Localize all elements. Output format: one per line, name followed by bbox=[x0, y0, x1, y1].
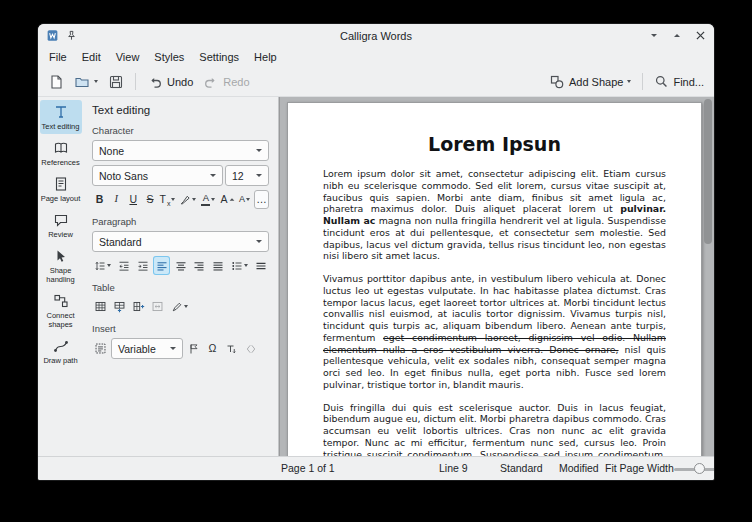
font-family-combo[interactable]: Noto Sans bbox=[92, 165, 223, 186]
insert-special-character-button[interactable]: Ω bbox=[204, 339, 221, 358]
insert-variable-combo[interactable]: Variable bbox=[111, 338, 183, 359]
underline-button[interactable]: U bbox=[126, 190, 141, 209]
dock-item-review[interactable]: Review bbox=[40, 208, 82, 242]
toolbar-separator bbox=[135, 73, 136, 90]
new-document-button[interactable] bbox=[44, 70, 68, 94]
minimize-icon bbox=[651, 34, 657, 37]
scrollbar-thumb[interactable] bbox=[704, 99, 712, 244]
menu-settings[interactable]: Settings bbox=[192, 49, 246, 65]
panel-title: Text editing bbox=[92, 104, 269, 116]
insert-table-button[interactable] bbox=[92, 297, 109, 316]
open-document-button[interactable] bbox=[70, 70, 102, 94]
menu-view[interactable]: View bbox=[109, 49, 147, 65]
status-style-indicator: Standard bbox=[500, 462, 543, 474]
decrease-indent-button[interactable] bbox=[116, 256, 133, 275]
redo-icon bbox=[203, 74, 219, 90]
paragraph-3: Duis fringilla dui quis est scelerisque … bbox=[323, 402, 666, 457]
grow-font-button[interactable]: A bbox=[220, 190, 235, 209]
draw-table-pen-button[interactable] bbox=[168, 297, 190, 316]
add-shape-button[interactable]: Add Shape bbox=[545, 70, 635, 94]
titlebar[interactable]: Calligra Words bbox=[38, 24, 714, 47]
document-page[interactable]: Lorem Ipsun Lorem ipsum dolor sit amet, … bbox=[287, 102, 702, 456]
maximize-button[interactable] bbox=[670, 29, 684, 43]
window-title: Calligra Words bbox=[38, 30, 714, 42]
font-color-button[interactable]: A bbox=[199, 190, 218, 209]
chevron-down-icon bbox=[170, 347, 176, 350]
character-style-combo[interactable]: None bbox=[92, 140, 269, 161]
font-color-icon: A bbox=[201, 193, 210, 206]
align-left-button[interactable] bbox=[153, 256, 170, 275]
merge-cells-icon bbox=[151, 300, 164, 313]
status-page-indicator: Page 1 of 1 bbox=[281, 462, 335, 474]
menu-styles[interactable]: Styles bbox=[147, 49, 191, 65]
align-right-button[interactable] bbox=[191, 256, 208, 275]
dock-label: Connect shapes bbox=[41, 311, 81, 329]
insert-bookmark-button[interactable] bbox=[185, 339, 202, 358]
dock-item-page-layout[interactable]: Page layout bbox=[40, 172, 82, 206]
dock-label: Review bbox=[48, 230, 73, 239]
vertical-scrollbar[interactable] bbox=[704, 99, 712, 454]
zoom-slider[interactable] bbox=[674, 463, 714, 475]
insert-text-frame-button[interactable] bbox=[92, 339, 109, 358]
strikethrough-icon: S bbox=[147, 194, 154, 205]
menu-file[interactable]: File bbox=[42, 49, 74, 65]
zoom-mode-button[interactable]: Fit Page Width bbox=[605, 462, 674, 474]
align-left-icon bbox=[156, 260, 168, 272]
font-size-combo[interactable]: 12 bbox=[225, 165, 269, 186]
dock-item-connect-shapes[interactable]: Connect shapes bbox=[40, 289, 82, 332]
bullet-list-button[interactable] bbox=[229, 256, 251, 275]
more-paragraph-options-button[interactable] bbox=[252, 256, 269, 275]
dock-label: References bbox=[41, 158, 79, 167]
calligra-words-window: Calligra Words File Edit View bbox=[38, 24, 714, 480]
document-canvas[interactable]: Lorem Ipsun Lorem ipsum dolor sit amet, … bbox=[279, 97, 714, 456]
insert-index-button[interactable] bbox=[242, 339, 259, 358]
paragraph-style-combo[interactable]: Standard bbox=[92, 231, 269, 252]
document-title: Lorem Ipsun bbox=[323, 133, 666, 155]
zoom-slider-handle[interactable] bbox=[694, 463, 705, 474]
page-layout-icon bbox=[53, 176, 69, 192]
highlighter-pen-icon bbox=[179, 194, 191, 206]
insert-row-button[interactable] bbox=[111, 297, 128, 316]
menu-edit[interactable]: Edit bbox=[75, 49, 108, 65]
insert-footnote-button[interactable] bbox=[223, 339, 240, 358]
minimize-button[interactable] bbox=[647, 29, 661, 43]
close-icon bbox=[696, 31, 705, 40]
close-button[interactable] bbox=[693, 29, 707, 43]
dock-item-text-editing[interactable]: Text editing bbox=[40, 100, 82, 134]
line-spacing-button[interactable] bbox=[92, 256, 114, 275]
subscript-superscript-button[interactable]: Tx bbox=[160, 190, 176, 209]
save-button[interactable] bbox=[104, 70, 128, 94]
p1-text: Lorem ipsum dolor sit amet, consectetur … bbox=[323, 168, 666, 214]
text-frame-icon bbox=[94, 342, 107, 355]
merge-cells-button[interactable] bbox=[149, 297, 166, 316]
undo-button[interactable]: Undo bbox=[143, 70, 197, 94]
strikethrough-button[interactable]: S bbox=[143, 190, 158, 209]
insert-table-icon bbox=[94, 300, 107, 313]
italic-button[interactable]: I bbox=[109, 190, 124, 209]
dock-item-references[interactable]: References bbox=[40, 136, 82, 170]
insert-column-button[interactable] bbox=[130, 297, 147, 316]
redo-button[interactable]: Redo bbox=[199, 70, 253, 94]
pin-icon[interactable] bbox=[64, 29, 78, 43]
footnote-icon bbox=[226, 343, 238, 355]
align-center-button[interactable] bbox=[172, 256, 189, 275]
table-pen-icon bbox=[171, 301, 183, 313]
shrink-font-button[interactable]: A bbox=[237, 190, 252, 209]
find-button[interactable]: Find... bbox=[650, 70, 708, 94]
chevron-down-icon bbox=[184, 305, 188, 308]
more-character-options-button[interactable]: … bbox=[254, 190, 269, 209]
highlight-color-button[interactable] bbox=[177, 190, 196, 209]
menu-help[interactable]: Help bbox=[247, 49, 284, 65]
font-color-a: A bbox=[203, 193, 209, 203]
character-style-value: None bbox=[99, 145, 124, 157]
align-justify-icon bbox=[212, 260, 224, 272]
increase-indent-button[interactable] bbox=[135, 256, 152, 275]
search-icon bbox=[654, 74, 669, 89]
dock-item-shape-handling[interactable]: Shape handling bbox=[40, 244, 82, 287]
chevron-down-icon bbox=[244, 264, 248, 267]
shrink-font-icon: A bbox=[239, 195, 245, 204]
bold-button[interactable]: B bbox=[92, 190, 107, 209]
dock-label: Text editing bbox=[42, 122, 80, 131]
dock-item-draw-path[interactable]: Draw path bbox=[40, 334, 82, 368]
align-justify-button[interactable] bbox=[210, 256, 227, 275]
